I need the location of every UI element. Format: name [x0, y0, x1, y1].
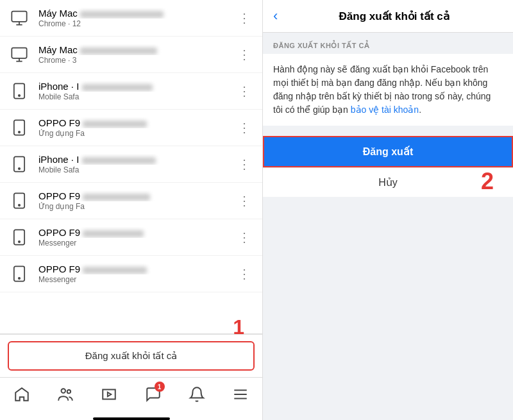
more-button[interactable]: ⋮	[234, 9, 255, 27]
device-list: Máy Mac Chrome · 12 ⋮ Máy Mac Chrome · 3…	[0, 0, 262, 333]
logout-all-container: 1 Đăng xuất khỏi tất cả	[0, 333, 262, 377]
device-item[interactable]: Máy Mac Chrome · 12 ⋮	[0, 0, 262, 37]
description-box: Hành động này sẽ đăng xuất bạn khỏi Face…	[263, 54, 513, 126]
device-sub: Mobile Safa	[38, 92, 226, 101]
description-end: .	[419, 105, 421, 115]
device-info: Máy Mac Chrome · 3	[38, 44, 226, 65]
device-sub: Chrome · 3	[38, 56, 226, 65]
phone-icon	[8, 116, 31, 139]
nav-notifications[interactable]	[184, 383, 210, 406]
svg-point-7	[19, 168, 20, 169]
annotation-2: 2	[481, 168, 494, 195]
device-item[interactable]: OPPO F9 Messenger ⋮	[0, 256, 262, 292]
device-info: iPhone · I Mobile Safa	[38, 154, 226, 174]
device-sub: Messenger	[38, 239, 226, 248]
device-item[interactable]: iPhone · I Mobile Safa ⋮	[0, 73, 262, 110]
nav-home[interactable]	[9, 383, 35, 406]
device-sub: Messenger	[38, 275, 226, 284]
phone-icon	[8, 226, 31, 249]
phone-icon	[8, 189, 31, 212]
section-label: ĐĂNG XUẤT KHỎI TẤT CẢ	[263, 33, 513, 54]
device-name: iPhone · I	[38, 81, 226, 92]
svg-point-11	[19, 241, 20, 242]
desktop-icon	[8, 43, 31, 66]
nav-watch[interactable]	[96, 383, 122, 406]
more-button[interactable]: ⋮	[234, 192, 255, 210]
phone-icon	[8, 153, 31, 176]
device-name: Máy Mac	[38, 8, 226, 19]
right-header: ‹ Đăng xuất khỏi tất cả	[263, 0, 513, 33]
device-info: Máy Mac Chrome · 12	[38, 8, 226, 28]
back-button[interactable]: ‹	[273, 8, 278, 24]
device-name: iPhone · I	[38, 154, 226, 165]
device-item[interactable]: iPhone · I Mobile Safa ⋮	[0, 146, 262, 183]
svg-rect-0	[12, 12, 26, 22]
home-indicator	[93, 417, 170, 420]
nav-menu[interactable]	[228, 383, 253, 406]
nav-messages[interactable]: 1	[140, 383, 166, 406]
svg-point-5	[19, 131, 20, 133]
device-name: OPPO F9	[38, 117, 226, 128]
device-name: Máy Mac	[38, 44, 226, 55]
annotation-1: 1	[233, 315, 244, 339]
device-sub: Ứng dụng Fa	[38, 129, 226, 138]
more-button[interactable]: ⋮	[234, 119, 255, 137]
more-button[interactable]: ⋮	[234, 46, 255, 63]
action-buttons: Đăng xuất Hủy 2	[263, 136, 513, 197]
device-info: OPPO F9 Ứng dụng Fa	[38, 117, 226, 138]
svg-point-9	[19, 205, 20, 206]
right-title: Đăng xuất khỏi tất cả	[285, 10, 503, 23]
svg-point-14	[62, 389, 66, 393]
phone-icon	[8, 262, 31, 285]
svg-point-3	[19, 95, 20, 96]
device-item[interactable]: OPPO F9 Ứng dụng Fa ⋮	[0, 110, 262, 146]
device-name: OPPO F9	[38, 264, 226, 274]
left-panel: Máy Mac Chrome · 12 ⋮ Máy Mac Chrome · 3…	[0, 0, 263, 420]
svg-point-15	[67, 390, 71, 393]
device-name: OPPO F9	[38, 227, 226, 238]
cancel-button[interactable]: Hủy	[263, 167, 513, 197]
device-info: OPPO F9 Messenger	[38, 227, 226, 248]
logout-all-button[interactable]: Đăng xuất khỏi tất cả	[8, 341, 255, 371]
desktop-icon	[8, 6, 31, 29]
bottom-nav: 1	[0, 377, 262, 415]
message-badge: 1	[155, 382, 165, 392]
phone-icon	[8, 80, 31, 103]
protect-account-link[interactable]: bảo vệ tài khoản	[351, 105, 419, 115]
device-item[interactable]: OPPO F9 Messenger ⋮	[0, 219, 262, 256]
nav-friends[interactable]	[53, 383, 78, 406]
more-button[interactable]: ⋮	[234, 265, 255, 283]
device-item[interactable]: OPPO F9 Ứng dụng Fa ⋮	[0, 183, 262, 219]
device-sub: Mobile Safa	[38, 165, 226, 174]
device-sub: Chrome · 12	[38, 19, 226, 28]
device-info: OPPO F9 Messenger	[38, 264, 226, 284]
device-info: iPhone · I Mobile Safa	[38, 81, 226, 101]
right-content: ĐĂNG XUẤT KHỎI TẤT CẢ Hành động này sẽ đ…	[263, 33, 513, 420]
svg-point-13	[19, 278, 20, 279]
device-info: OPPO F9 Ứng dụng Fa	[38, 190, 226, 211]
device-name: OPPO F9	[38, 190, 226, 201]
more-button[interactable]: ⋮	[234, 228, 255, 246]
confirm-logout-button[interactable]: Đăng xuất	[263, 136, 513, 167]
right-panel: ‹ Đăng xuất khỏi tất cả ĐĂNG XUẤT KHỎI T…	[263, 0, 513, 420]
svg-rect-1	[12, 48, 26, 58]
device-item[interactable]: Máy Mac Chrome · 3 ⋮	[0, 37, 262, 73]
more-button[interactable]: ⋮	[234, 82, 255, 100]
more-button[interactable]: ⋮	[234, 155, 255, 173]
device-sub: Ứng dụng Fa	[38, 202, 226, 211]
